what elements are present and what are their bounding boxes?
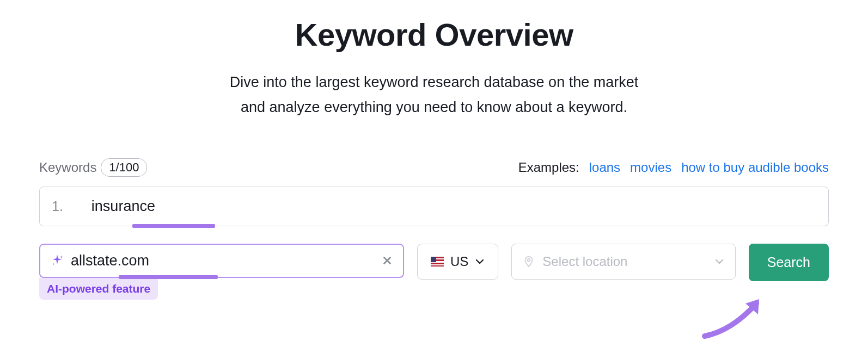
- page-subtitle: Dive into the largest keyword research d…: [39, 70, 829, 120]
- keyword-highlight-underline: [132, 224, 215, 228]
- svg-point-0: [528, 259, 530, 262]
- example-link-loans[interactable]: loans: [589, 160, 620, 175]
- location-placeholder: Select location: [542, 254, 706, 269]
- page-title: Keyword Overview: [39, 16, 829, 53]
- country-select[interactable]: US: [417, 244, 498, 280]
- chevron-down-icon: [714, 257, 724, 267]
- domain-input-wrap[interactable]: [39, 244, 404, 278]
- flag-us-icon: [431, 257, 444, 267]
- domain-highlight-underline: [119, 275, 218, 279]
- example-link-audible[interactable]: how to buy audible books: [681, 160, 829, 175]
- subtitle-line-2: and analyze everything you need to know …: [241, 99, 627, 115]
- pin-icon: [523, 256, 535, 268]
- keyword-index: 1.: [52, 199, 63, 214]
- keywords-label: Keywords: [39, 160, 96, 175]
- domain-input[interactable]: [71, 252, 381, 269]
- keyword-input[interactable]: [91, 198, 816, 215]
- subtitle-line-1: Dive into the largest keyword research d…: [230, 74, 638, 90]
- examples-label: Examples:: [518, 160, 579, 175]
- keywords-count-badge: 1/100: [101, 158, 147, 177]
- location-select[interactable]: Select location: [511, 244, 735, 280]
- country-code: US: [450, 254, 468, 269]
- example-link-movies[interactable]: movies: [630, 160, 671, 175]
- keyword-input-row[interactable]: 1.: [39, 187, 829, 226]
- ai-feature-badge: AI-powered feature: [39, 278, 158, 300]
- close-icon[interactable]: [381, 255, 393, 267]
- sparkle-icon: [50, 253, 64, 268]
- search-button[interactable]: Search: [749, 244, 829, 281]
- chevron-down-icon: [475, 257, 485, 267]
